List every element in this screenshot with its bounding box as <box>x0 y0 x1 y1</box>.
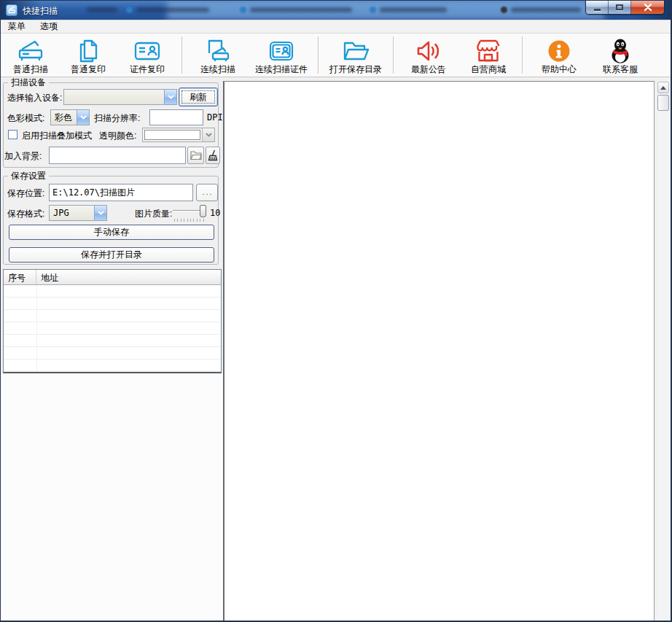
minimize-button[interactable] <box>586 1 609 14</box>
panel-blank-area <box>1 373 223 621</box>
chevron-down-icon <box>94 206 106 220</box>
continuous-id-card-icon <box>267 37 296 64</box>
quality-label: 图片质量: <box>135 208 172 220</box>
save-format-select[interactable]: JPG <box>49 205 107 221</box>
app-window: 快捷扫描 菜单 选项 普通扫描 普通复印 <box>0 0 672 622</box>
overlay-mode-checkbox[interactable] <box>8 130 17 139</box>
scan-preview-canvas <box>223 81 655 621</box>
save-settings-group-title: 保存设置 <box>8 171 49 181</box>
background-favicon <box>501 7 507 13</box>
qq-penguin-icon <box>606 37 635 64</box>
refresh-button[interactable]: 刷新 <box>179 88 218 106</box>
chevron-down-icon <box>202 128 214 141</box>
slider-thumb[interactable] <box>200 205 206 217</box>
menu-bar: 菜单 选项 <box>1 20 671 34</box>
background-window-artifact <box>136 7 209 12</box>
toolbar-help-center[interactable]: 帮助中心 <box>527 34 591 77</box>
app-icon <box>6 4 17 16</box>
device-label: 选择输入设备: <box>7 92 62 104</box>
toolbar-normal-copy[interactable]: 普通复印 <box>59 34 117 77</box>
toolbar-id-copy[interactable]: 证件复印 <box>117 34 177 77</box>
scan-device-group: 扫描设备 选择输入设备: 刷新 色彩模式: 彩色 扫描分辨率: <box>3 82 219 168</box>
broom-icon <box>208 149 219 162</box>
transparent-color-label: 透明颜色: <box>99 130 136 142</box>
toolbar-separator <box>393 36 394 74</box>
maximize-icon <box>616 4 623 10</box>
toolbar-open-save-folder[interactable]: 打开保存目录 <box>323 34 388 77</box>
resolution-label: 扫描分辨率: <box>94 112 140 125</box>
column-header-index[interactable]: 序号 <box>4 270 36 284</box>
table-row <box>4 298 221 310</box>
scanner-icon <box>16 37 45 64</box>
manual-save-button[interactable]: 手动保存 <box>9 225 214 240</box>
table-row <box>4 359 221 372</box>
scroll-up-button[interactable] <box>657 82 669 93</box>
window-controls <box>585 1 665 15</box>
toolbar-separator <box>318 36 319 74</box>
background-favicon <box>370 7 376 13</box>
preview-vscrollbar[interactable] <box>657 81 670 621</box>
toolbar-continuous-scan[interactable]: 连续扫描 <box>187 34 249 77</box>
table-header: 序号 地址 <box>4 270 221 285</box>
table-row <box>4 310 221 322</box>
continuous-scan-icon <box>203 37 233 64</box>
browse-background-button[interactable] <box>187 147 204 164</box>
open-folder-icon <box>341 37 370 64</box>
color-mode-label: 色彩模式: <box>7 112 44 125</box>
menu-item-options[interactable]: 选项 <box>33 20 65 33</box>
toolbar-contact-support[interactable]: 联系客服 <box>591 34 649 77</box>
save-settings-group: 保存设置 保存位置: . . . 保存格式: JPG 图片质量: 10 <box>3 176 219 265</box>
column-header-address[interactable]: 地址 <box>36 270 221 284</box>
chevron-down-icon <box>77 110 89 125</box>
toolbar-continuous-scan-id[interactable]: 连续扫描证件 <box>249 34 313 77</box>
table-row <box>4 322 221 335</box>
title-bar: 快捷扫描 <box>1 1 671 20</box>
scrollbar-thumb[interactable] <box>657 95 669 111</box>
id-card-icon <box>133 37 162 64</box>
browse-location-button[interactable]: . . . <box>196 184 218 201</box>
background-window-artifact <box>511 7 581 12</box>
toolbar-store[interactable]: 自营商城 <box>459 34 517 77</box>
settings-panel: 扫描设备 选择输入设备: 刷新 色彩模式: 彩色 扫描分辨率: <box>1 77 223 621</box>
transparent-color-select[interactable] <box>142 128 215 142</box>
dpi-unit-label: DPI <box>207 112 223 123</box>
toolbar-separator <box>181 36 182 74</box>
save-and-open-button[interactable]: 保存并打开目录 <box>9 247 214 263</box>
background-favicon <box>126 7 133 13</box>
toolbar: 普通扫描 普通复印 证件复印 连续扫描 连续扫描证件 <box>1 34 671 77</box>
save-location-label: 保存位置: <box>7 187 44 200</box>
info-icon <box>544 37 574 64</box>
close-button[interactable] <box>631 1 664 14</box>
main-area: 扫描设备 选择输入设备: 刷新 色彩模式: 彩色 扫描分辨率: <box>1 77 671 621</box>
scanned-files-table: 序号 地址 <box>3 269 222 373</box>
table-row <box>4 347 221 359</box>
table-row <box>4 335 221 347</box>
maximize-button[interactable] <box>609 1 631 14</box>
device-select[interactable] <box>63 89 177 105</box>
color-mode-select[interactable]: 彩色 <box>50 109 90 125</box>
background-label: 加入背景: <box>4 150 42 163</box>
arrow-up-icon <box>660 86 666 90</box>
clear-background-button[interactable] <box>206 147 220 164</box>
overlay-mode-label: 启用扫描叠加模式 <box>22 130 92 142</box>
resolution-input[interactable] <box>149 109 203 125</box>
background-favicon <box>240 7 246 13</box>
window-title: 快捷扫描 <box>23 5 58 18</box>
folder-icon <box>190 150 202 160</box>
chevron-down-icon <box>164 90 176 104</box>
background-window-artifact <box>87 7 117 12</box>
menu-item-menu[interactable]: 菜单 <box>1 20 33 33</box>
quality-slider[interactable] <box>173 205 206 222</box>
quality-value: 10 <box>210 208 220 218</box>
background-window-artifact <box>380 7 447 12</box>
toolbar-announcements[interactable]: 最新公告 <box>398 34 459 77</box>
toolbar-normal-scan[interactable]: 普通扫描 <box>2 34 59 77</box>
toolbar-separator <box>522 36 523 74</box>
save-location-input[interactable] <box>49 184 193 201</box>
close-icon <box>644 4 652 11</box>
minimize-icon <box>594 9 601 11</box>
copy-icon <box>74 37 103 64</box>
background-window-artifact <box>250 7 352 12</box>
background-input[interactable] <box>49 147 186 164</box>
scan-device-group-title: 扫描设备 <box>8 77 49 88</box>
